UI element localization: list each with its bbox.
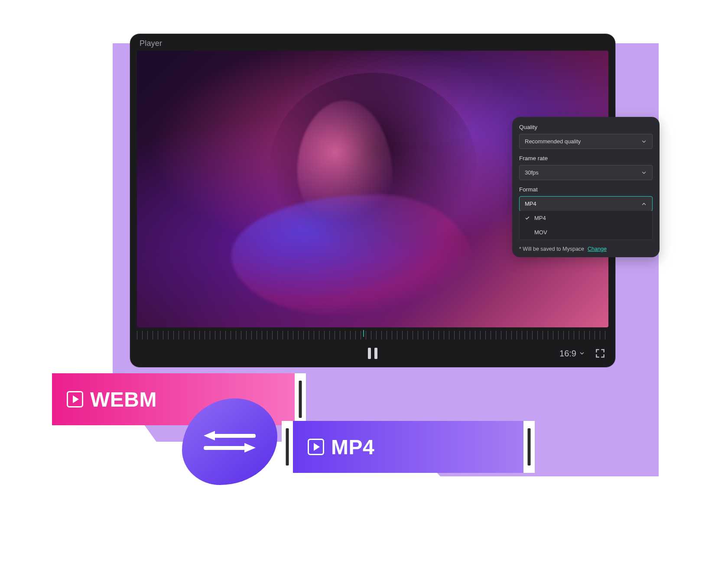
arrow-left-icon [204, 432, 256, 440]
format-chip-label: MP4 [331, 435, 374, 459]
frame-rate-label: Frame rate [519, 155, 653, 162]
format-dropdown: MP4 MOV [519, 211, 653, 240]
chip-cap-icon [523, 421, 535, 473]
player-title: Player [130, 34, 615, 51]
play-icon [308, 439, 324, 455]
format-option-label: MOV [534, 229, 547, 236]
player-controls: 16:9 [130, 340, 615, 367]
format-option-mp4[interactable]: MP4 [520, 211, 652, 225]
save-location-note: * Will be saved to Myspace [519, 246, 584, 252]
arrow-right-icon [204, 444, 256, 452]
timeline-ruler[interactable] [137, 331, 608, 340]
check-icon [525, 216, 530, 221]
format-chip-label: WEBM [90, 388, 157, 411]
chevron-down-icon [641, 139, 647, 145]
pause-button[interactable] [365, 346, 380, 361]
quality-label: Quality [519, 124, 653, 130]
chip-cap-icon [282, 421, 293, 473]
chevron-down-icon [641, 170, 647, 176]
quality-select[interactable]: Recommended quality [519, 134, 653, 149]
frame-rate-select[interactable]: 30fps [519, 165, 653, 180]
aspect-ratio-selector[interactable]: 16:9 [559, 349, 585, 359]
format-label: Format [519, 186, 653, 193]
change-save-location-link[interactable]: Change [588, 246, 607, 252]
play-icon [67, 391, 83, 407]
format-chip-mp4: MP4 [282, 421, 535, 473]
video-content-abstract [231, 194, 474, 316]
quality-value: Recommended quality [525, 138, 581, 145]
fullscreen-button[interactable] [595, 348, 606, 359]
chip-cap-icon [295, 373, 306, 425]
format-option-mov[interactable]: MOV [520, 225, 652, 239]
export-settings-panel: Quality Recommended quality Frame rate 3… [512, 117, 660, 257]
fullscreen-icon [595, 348, 606, 359]
timeline-cursor[interactable] [363, 330, 364, 337]
frame-rate-value: 30fps [525, 169, 539, 176]
format-option-label: MP4 [534, 215, 546, 221]
chevron-down-icon [579, 350, 585, 356]
format-select[interactable]: MP4 [519, 196, 653, 211]
aspect-ratio-value: 16:9 [559, 349, 576, 359]
format-value: MP4 [525, 200, 536, 207]
chevron-up-icon [641, 201, 647, 207]
